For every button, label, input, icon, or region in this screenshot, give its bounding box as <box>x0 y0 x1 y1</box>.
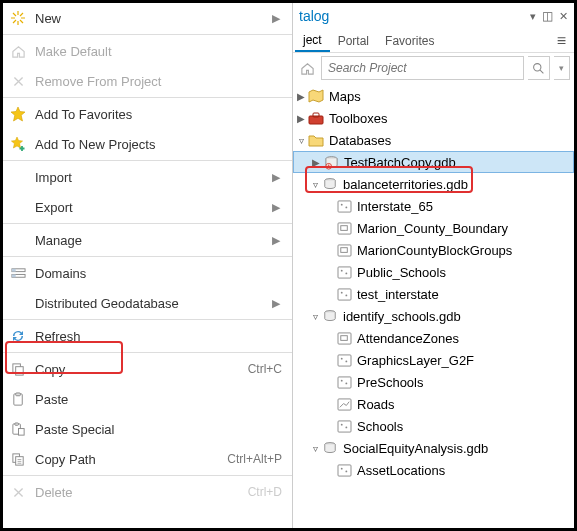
tree-roads[interactable]: Roads <box>293 393 574 415</box>
svg-rect-34 <box>340 335 347 340</box>
expander-icon[interactable]: ▿ <box>309 311 321 322</box>
home-icon <box>9 42 27 60</box>
tree-label: GraphicsLayer_G2F <box>357 353 474 368</box>
menu-refresh[interactable]: Refresh <box>3 321 292 351</box>
dropdown-icon[interactable]: ▾ <box>530 10 536 23</box>
tree-social[interactable]: ▿ SocialEquityAnalysis.gdb <box>293 437 574 459</box>
tree-marion-blocks[interactable]: MarionCountyBlockGroups <box>293 239 574 261</box>
search-dropdown-icon[interactable]: ▾ <box>554 56 570 80</box>
tree-interstate65[interactable]: Interstate_65 <box>293 195 574 217</box>
menu-remove: Remove From Project <box>3 66 292 96</box>
tree-label: Public_Schools <box>357 265 446 280</box>
tree-identify[interactable]: ▿ identify_schools.gdb <box>293 305 574 327</box>
paste-special-icon <box>9 420 27 438</box>
feature-class-icon <box>335 330 353 346</box>
menu-paste-label: Paste <box>35 392 282 407</box>
home-icon[interactable] <box>297 58 317 78</box>
menu-add-new-projects-label: Add To New Projects <box>35 137 282 152</box>
tree-public-schools[interactable]: Public_Schools <box>293 261 574 283</box>
feature-class-icon <box>335 220 353 236</box>
svg-rect-9 <box>14 422 18 424</box>
catalog-tabs: ject Portal Favorites ≡ <box>293 29 574 53</box>
expander-icon[interactable]: ▶ <box>295 91 307 102</box>
svg-point-31 <box>345 294 347 296</box>
pin-icon[interactable]: ◫ <box>542 9 553 23</box>
tree-preschools[interactable]: PreSchools <box>293 371 574 393</box>
tree-label: Databases <box>329 133 391 148</box>
tree-marion-boundary[interactable]: Marion_County_Boundary <box>293 217 574 239</box>
expander-icon[interactable]: ▿ <box>309 443 321 454</box>
svg-rect-3 <box>11 274 15 277</box>
svg-point-21 <box>345 206 347 208</box>
tree-label: Roads <box>357 397 395 412</box>
menu-add-new-projects[interactable]: Add To New Projects <box>3 129 292 159</box>
svg-rect-46 <box>338 464 351 475</box>
close-icon[interactable]: ✕ <box>559 10 568 23</box>
hamburger-icon[interactable]: ≡ <box>549 32 574 50</box>
tree-attendance[interactable]: AttendanceZones <box>293 327 574 349</box>
svg-point-48 <box>345 470 347 472</box>
menu-manage[interactable]: Manage ▶ <box>3 225 292 255</box>
svg-rect-29 <box>338 288 351 299</box>
menu-domains[interactable]: Domains <box>3 258 292 288</box>
separator <box>3 352 292 353</box>
menu-refresh-label: Refresh <box>35 329 282 344</box>
svg-point-44 <box>345 426 347 428</box>
expander-icon[interactable]: ▶ <box>310 157 322 168</box>
svg-rect-10 <box>18 428 24 435</box>
menu-export[interactable]: Export ▶ <box>3 192 292 222</box>
star-icon <box>9 105 27 123</box>
menu-make-default-label: Make Default <box>35 44 282 59</box>
blank-icon <box>9 198 27 216</box>
menu-paste[interactable]: Paste <box>3 384 292 414</box>
tree-toolboxes[interactable]: ▶ Toolboxes <box>293 107 574 129</box>
menu-paste-special-label: Paste Special <box>35 422 282 437</box>
tree-graphics[interactable]: GraphicsLayer_G2F <box>293 349 574 371</box>
tree-label: Schools <box>357 419 403 434</box>
menu-copy-path[interactable]: Copy Path Ctrl+Alt+P <box>3 444 292 474</box>
tree-databases[interactable]: ▿ Databases <box>293 129 574 151</box>
delete-icon <box>9 483 27 501</box>
menu-paste-special[interactable]: Paste Special <box>3 414 292 444</box>
geodatabase-icon <box>321 176 339 192</box>
geodatabase-icon <box>321 308 339 324</box>
expander-icon[interactable]: ▶ <box>295 113 307 124</box>
menu-add-favorites-label: Add To Favorites <box>35 107 282 122</box>
menu-new-label: New <box>35 11 266 26</box>
tree-label: balanceterritories.gdb <box>343 177 468 192</box>
svg-rect-24 <box>338 244 351 255</box>
maps-icon <box>307 88 325 104</box>
tree-asset[interactable]: AssetLocations <box>293 459 574 481</box>
catalog-search-bar: ▾ <box>293 53 574 83</box>
tree-maps[interactable]: ▶ Maps <box>293 85 574 107</box>
submenu-arrow-icon: ▶ <box>272 297 282 310</box>
search-input[interactable] <box>321 56 524 80</box>
svg-rect-19 <box>338 200 351 211</box>
menu-distributed-gdb-label: Distributed Geodatabase <box>35 296 266 311</box>
menu-distributed-gdb[interactable]: Distributed Geodatabase ▶ <box>3 288 292 318</box>
feature-class-icon <box>335 286 353 302</box>
tree-label: AssetLocations <box>357 463 445 478</box>
svg-point-20 <box>340 203 342 205</box>
separator <box>3 256 292 257</box>
menu-copy[interactable]: Copy Ctrl+C <box>3 354 292 384</box>
tree-schools[interactable]: Schools <box>293 415 574 437</box>
expander-icon[interactable]: ▿ <box>295 135 307 146</box>
menu-import[interactable]: Import ▶ <box>3 162 292 192</box>
tab-portal[interactable]: Portal <box>330 31 377 51</box>
menu-delete-shortcut: Ctrl+D <box>248 485 282 499</box>
menu-copy-label: Copy <box>35 362 248 377</box>
submenu-arrow-icon: ▶ <box>272 171 282 184</box>
tab-project[interactable]: ject <box>295 30 330 52</box>
menu-add-favorites[interactable]: Add To Favorites <box>3 99 292 129</box>
svg-point-39 <box>340 379 342 381</box>
search-icon[interactable] <box>528 56 550 80</box>
feature-class-icon <box>335 198 353 214</box>
feature-class-icon <box>335 374 353 390</box>
tree-test-interstate[interactable]: test_interstate <box>293 283 574 305</box>
menu-new[interactable]: New ▶ <box>3 3 292 33</box>
tree-balance[interactable]: ▿ balanceterritories.gdb <box>293 173 574 195</box>
expander-icon[interactable]: ▿ <box>309 179 321 190</box>
tab-favorites[interactable]: Favorites <box>377 31 442 51</box>
tree-testbatchcopy[interactable]: ▶ TestBatchCopy.gdb <box>293 151 574 173</box>
